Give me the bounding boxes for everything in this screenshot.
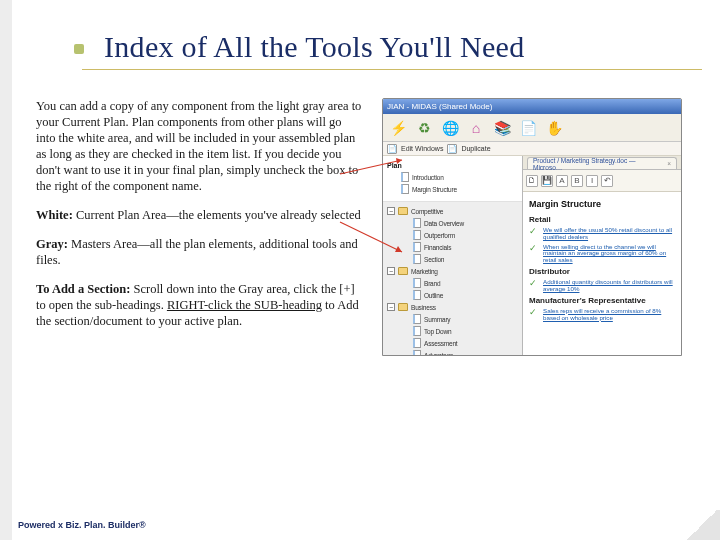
title-bullet	[74, 44, 84, 54]
tree-child-2-0[interactable]: Summary	[387, 313, 519, 325]
tree-item-white-1[interactable]: Margin Structure	[387, 183, 519, 195]
hand-icon[interactable]: ✋	[543, 117, 565, 139]
slide: Index of All the Tools You'll Need You c…	[0, 0, 720, 540]
doc-tool-3[interactable]: A	[556, 175, 568, 187]
paragraph-add-section: To Add a Section: Scroll down into the G…	[36, 281, 364, 329]
gray-text: Masters Area—all the plan elements, addi…	[36, 237, 358, 267]
doc-icon	[413, 278, 421, 288]
app-window: JIAN - MIDAS (Shared Mode) ⚡ ♻ 🌐 ⌂ 📚 📄 ✋…	[382, 98, 682, 356]
doc-icon	[413, 350, 421, 355]
retail-line-2: ✓ When selling direct to the channel we …	[529, 244, 675, 264]
paragraph-gray: Gray: Masters Area—all the plan elements…	[36, 236, 364, 268]
doc-icon	[413, 314, 421, 324]
doc-tool-6[interactable]: ↶	[601, 175, 613, 187]
expander-icon[interactable]: −	[387, 207, 395, 215]
tab-strip: Product / Marketing Strategy.doc — Micro…	[523, 156, 681, 170]
doc-tool-5[interactable]: I	[586, 175, 598, 187]
tab-label: Product / Marketing Strategy.doc — Micro…	[533, 157, 665, 171]
doc-icon	[413, 230, 421, 240]
tree-child-1-0[interactable]: Brand	[387, 277, 519, 289]
tree-child-2-3[interactable]: Advantage	[387, 349, 519, 355]
retail-link-1[interactable]: We will offer the usual 50% retail disco…	[543, 227, 675, 241]
refresh-icon[interactable]: ♻	[413, 117, 435, 139]
doc-icon	[413, 338, 421, 348]
white-text: Current Plan Area—the elements you've al…	[73, 208, 361, 222]
globe-icon[interactable]: 🌐	[439, 117, 461, 139]
screenshot-column: JIAN - MIDAS (Shared Mode) ⚡ ♻ 🌐 ⌂ 📚 📄 ✋…	[382, 98, 702, 356]
text-column: You can add a copy of any component from…	[36, 98, 364, 356]
folder-icon	[398, 303, 408, 311]
doc-tool-4[interactable]: B	[571, 175, 583, 187]
mini-icon-2[interactable]: 📄	[447, 144, 457, 154]
sub-item-1[interactable]: Edit Windows	[401, 145, 443, 152]
books-icon[interactable]: 📚	[491, 117, 513, 139]
doc-icon	[401, 184, 409, 194]
doc-icon	[401, 172, 409, 182]
document-body[interactable]: Margin Structure Retail ✓ We will offer …	[523, 192, 681, 355]
tree-item-white-0[interactable]: Introduction	[387, 171, 519, 183]
check-icon: ✓	[529, 308, 539, 318]
left-edge-shadow	[0, 0, 12, 540]
check-icon: ✓	[529, 279, 539, 289]
titlebar[interactable]: JIAN - MIDAS (Shared Mode)	[383, 99, 681, 114]
page-title: Index of All the Tools You'll Need	[104, 30, 524, 63]
content-pane: Product / Marketing Strategy.doc — Micro…	[523, 156, 681, 355]
tree-section-2[interactable]: − Business	[387, 301, 519, 313]
paragraph-intro: You can add a copy of any component from…	[36, 98, 364, 194]
tree-child-2-1[interactable]: Top Down	[387, 325, 519, 337]
document-toolbar: 🗋 💾 A B I ↶	[523, 170, 681, 192]
add-section-underline: RIGHT-click the SUB-heading	[167, 298, 322, 312]
document-tab[interactable]: Product / Marketing Strategy.doc — Micro…	[527, 157, 677, 169]
retail-label: Retail	[529, 215, 675, 224]
tree-child-2-2[interactable]: Assessment	[387, 337, 519, 349]
doc-icon	[413, 254, 421, 264]
gray-label: Gray:	[36, 237, 68, 251]
page-curl	[684, 510, 720, 540]
check-icon: ✓	[529, 244, 539, 254]
mfg-label: Manufacturer's Representative	[529, 296, 675, 305]
plan-root[interactable]: Plan	[387, 159, 519, 171]
tree-pane[interactable]: Plan Introduction Margin Structure	[383, 156, 523, 355]
doc-icon	[413, 218, 421, 228]
tree-child-1-1[interactable]: Outline	[387, 289, 519, 301]
mini-icon-1[interactable]: 📄	[387, 144, 397, 154]
add-section-label: To Add a Section:	[36, 282, 130, 296]
retail-link-2[interactable]: When selling direct to the channel we wi…	[543, 244, 675, 264]
tree-section-1[interactable]: − Marketing	[387, 265, 519, 277]
dist-line-1: ✓ Additional quantity discounts for dist…	[529, 279, 675, 293]
file-icon[interactable]: 📄	[517, 117, 539, 139]
bolt-icon[interactable]: ⚡	[387, 117, 409, 139]
tree-child-0-1[interactable]: Outperform	[387, 229, 519, 241]
expander-icon[interactable]: −	[387, 303, 395, 311]
window-title: JIAN - MIDAS (Shared Mode)	[387, 102, 492, 111]
plan-label: Plan	[387, 162, 402, 169]
expander-icon[interactable]: −	[387, 267, 395, 275]
toolbar: ⚡ ♻ 🌐 ⌂ 📚 📄 ✋	[383, 114, 681, 142]
body-row: You can add a copy of any component from…	[36, 98, 702, 356]
tree-section-0[interactable]: − Competitive	[387, 205, 519, 217]
sub-toolbar: 📄 Edit Windows 📄 Duplicate	[383, 142, 681, 156]
doc-icon	[413, 290, 421, 300]
doc-icon	[413, 326, 421, 336]
sub-item-2[interactable]: Duplicate	[461, 145, 490, 152]
folder-icon	[398, 207, 408, 215]
tree-child-0-3[interactable]: Section	[387, 253, 519, 265]
mfg-link-1[interactable]: Sales reps will receive a commission of …	[543, 308, 675, 322]
home-icon[interactable]: ⌂	[465, 117, 487, 139]
doc-tool-2[interactable]: 💾	[541, 175, 553, 187]
mfg-line-1: ✓ Sales reps will receive a commission o…	[529, 308, 675, 322]
paragraph-white: White: Current Plan Area—the elements yo…	[36, 207, 364, 223]
title-section: Index of All the Tools You'll Need	[82, 30, 702, 70]
retail-line-1: ✓ We will offer the usual 50% retail dis…	[529, 227, 675, 241]
check-icon: ✓	[529, 227, 539, 237]
tree-gray-area: − Competitive Data Overview Outperform F…	[383, 202, 522, 355]
doc-icon	[413, 242, 421, 252]
doc-tool-1[interactable]: 🗋	[526, 175, 538, 187]
footer: Powered x Biz. Plan. Builder®	[18, 520, 146, 530]
white-label: White:	[36, 208, 73, 222]
dist-link-1[interactable]: Additional quantity discounts for distri…	[543, 279, 675, 293]
close-icon[interactable]: ×	[667, 160, 671, 167]
tree-child-0-0[interactable]: Data Overview	[387, 217, 519, 229]
tree-child-0-2[interactable]: Financials	[387, 241, 519, 253]
distributor-label: Distributor	[529, 267, 675, 276]
